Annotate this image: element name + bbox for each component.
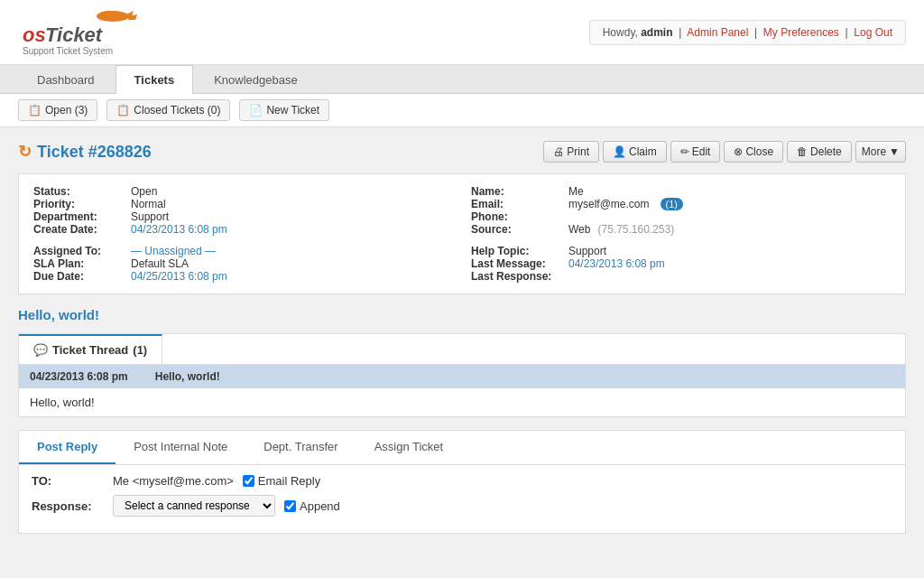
status-row: Status: Open (33, 185, 453, 198)
tab-dashboard[interactable]: Dashboard (18, 65, 114, 94)
help-topic-row: Help Topic: Support (471, 245, 891, 257)
ticket-title: ↻ Ticket #268826 (18, 142, 152, 162)
main-nav: Dashboard Tickets Knowledgebase (0, 65, 924, 94)
department-label: Department: (33, 210, 124, 223)
last-response-label: Last Response: (471, 270, 561, 283)
greeting-text: Howdy, (603, 26, 638, 39)
email-reply-label: Email Reply (258, 474, 320, 488)
status-label: Status: (33, 185, 124, 198)
thread-tab-icon: 💬 (33, 343, 48, 357)
logo-image: os Ticket Support Ticket System (18, 7, 144, 57)
thread-tab-label: Ticket Thread (52, 343, 128, 357)
svg-text:os: os (23, 23, 46, 46)
ticket-actions: 🖨 Print 👤 Claim ✏ Edit ⊗ Close 🗑 Delete … (543, 141, 906, 163)
tab-post-internal-note[interactable]: Post Internal Note (116, 431, 245, 464)
closed-tickets-button[interactable]: 📋 Closed Tickets (0) (106, 99, 230, 121)
more-button[interactable]: More ▼ (855, 141, 906, 163)
append-checkbox[interactable] (284, 500, 296, 512)
create-date-value: 04/23/2013 6:08 pm (131, 223, 227, 236)
append-checkbox-item: Append (284, 499, 340, 513)
email-label: Email: (471, 198, 561, 210)
email-reply-checkbox-item: Email Reply (243, 474, 320, 488)
closed-tickets-label: Closed Tickets (0) (134, 104, 220, 117)
close-label: Close (745, 145, 773, 158)
last-message-value: 04/23/2013 6:08 pm (568, 257, 665, 270)
last-message-label: Last Message: (471, 257, 561, 270)
thread-entry-subject: Hello, world! (155, 370, 220, 383)
sla-row: SLA Plan: Default SLA (33, 257, 453, 270)
thread-tab-count: (1) (133, 343, 147, 357)
to-value: Me <myself@me.com> (113, 474, 234, 488)
delete-button[interactable]: 🗑 Delete (787, 141, 852, 163)
print-button[interactable]: 🖨 Print (543, 141, 599, 163)
name-row: Name: Me (471, 185, 891, 198)
sla-label: SLA Plan: (33, 257, 124, 270)
email-value: myself@me.com (568, 198, 650, 210)
status-value: Open (131, 185, 157, 198)
assigned-to-value[interactable]: — Unassigned — (131, 245, 216, 257)
priority-value: Normal (131, 198, 166, 210)
more-chevron-icon: ▼ (889, 145, 900, 158)
email-badge: (1) (661, 198, 683, 210)
source-row: Source: Web (75.75.160.253) (471, 223, 891, 236)
priority-label: Priority: (33, 198, 124, 210)
due-date-row: Due Date: 04/25/2013 6:08 pm (33, 270, 453, 283)
help-topic-value: Support (568, 245, 606, 257)
phone-row: Phone: (471, 210, 891, 223)
to-label: TO: (32, 474, 104, 488)
closed-icon: 📋 (116, 104, 130, 117)
thread-tab-ticket[interactable]: 💬 Ticket Thread (1) (19, 334, 162, 364)
tab-dept-transfer[interactable]: Dept. Transfer (245, 431, 356, 464)
source-label: Source: (471, 223, 561, 236)
reply-form: TO: Me <myself@me.com> Email Reply Respo… (19, 465, 905, 533)
source-extra: (75.75.160.253) (597, 223, 674, 236)
last-message-row: Last Message: 04/23/2013 6:08 pm (471, 257, 891, 270)
ticket-info: Status: Open Priority: Normal Department… (18, 173, 906, 294)
log-out-link[interactable]: Log Out (854, 26, 892, 39)
delete-label: Delete (810, 145, 842, 158)
open-icon: 📋 (28, 104, 42, 117)
my-preferences-link[interactable]: My Preferences (763, 26, 839, 39)
ticket-number: Ticket #268826 (37, 143, 152, 162)
source-value: Web (568, 223, 590, 236)
sla-value: Default SLA (131, 257, 189, 270)
last-response-row: Last Response: (471, 270, 891, 283)
priority-row: Priority: Normal (33, 198, 453, 210)
delete-icon: 🗑 (797, 145, 808, 158)
edit-button[interactable]: ✏ Edit (670, 141, 721, 163)
ticket-fields-right: Name: Me Email: myself@me.com (1) Phone:… (471, 185, 891, 283)
refresh-icon[interactable]: ↻ (18, 142, 32, 162)
close-button[interactable]: ⊗ Close (724, 141, 783, 163)
department-value: Support (131, 210, 169, 223)
tab-knowledgebase[interactable]: Knowledgebase (195, 65, 317, 94)
header-user-info: Howdy, admin | Admin Panel | My Preferen… (589, 20, 906, 45)
response-label: Response: (32, 499, 104, 513)
due-date-label: Due Date: (33, 270, 124, 283)
logo-area: os Ticket Support Ticket System (18, 7, 144, 57)
edit-label: Edit (692, 145, 711, 158)
svg-text:Ticket: Ticket (45, 23, 104, 46)
header: os Ticket Support Ticket System Howdy, a… (0, 0, 924, 65)
claim-button[interactable]: 👤 Claim (603, 141, 667, 163)
more-label: More (862, 145, 886, 158)
reply-tabs: Post Reply Post Internal Note Dept. Tran… (19, 431, 905, 465)
help-topic-label: Help Topic: (471, 245, 561, 257)
new-ticket-button[interactable]: 📄 New Ticket (239, 99, 329, 121)
ticket-header: ↻ Ticket #268826 🖨 Print 👤 Claim ✏ Edit … (18, 141, 906, 163)
admin-panel-link[interactable]: Admin Panel (687, 26, 748, 39)
response-row: Response: Select a canned response Appen… (32, 495, 892, 517)
assigned-to-label: Assigned To: (33, 245, 124, 257)
open-tickets-label: Open (3) (45, 104, 88, 117)
thread-entry-header: 04/23/2013 6:08 pm Hello, world! (19, 365, 905, 388)
thread-tabs: 💬 Ticket Thread (1) (19, 334, 905, 365)
open-tickets-button[interactable]: 📋 Open (3) (18, 99, 97, 121)
new-ticket-label: New Ticket (266, 104, 319, 117)
name-value: Me (568, 185, 584, 198)
due-date-value: 04/25/2013 6:08 pm (131, 270, 227, 283)
tab-assign-ticket[interactable]: Assign Ticket (356, 431, 462, 464)
canned-response-select[interactable]: Select a canned response (113, 495, 275, 517)
ticket-fields-left: Status: Open Priority: Normal Department… (33, 185, 453, 283)
tab-post-reply[interactable]: Post Reply (19, 431, 116, 464)
email-reply-checkbox[interactable] (243, 475, 254, 487)
tab-tickets[interactable]: Tickets (116, 65, 194, 94)
